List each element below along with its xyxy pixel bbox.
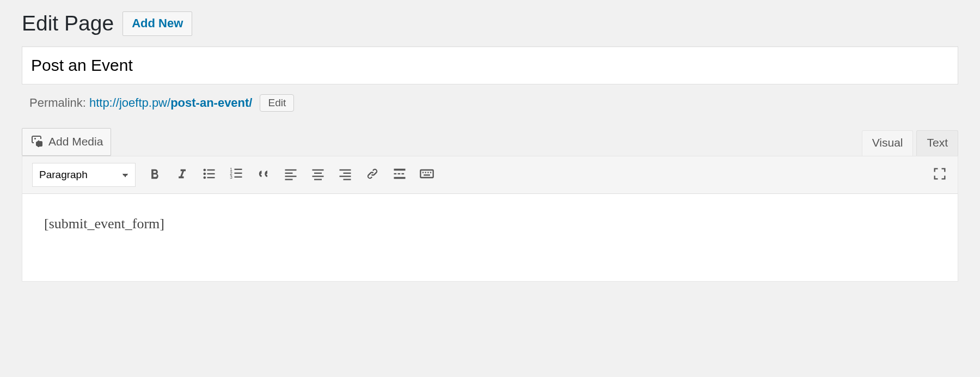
tab-text[interactable]: Text: [916, 130, 958, 156]
media-icon: [30, 134, 43, 150]
add-new-button[interactable]: Add New: [122, 11, 192, 36]
svg-rect-9: [235, 169, 242, 170]
align-left-icon: [283, 166, 298, 183]
align-center-icon: [310, 166, 326, 183]
italic-icon: [174, 166, 189, 183]
permalink-row: Permalink: http://joeftp.pw/post-an-even…: [29, 94, 958, 112]
svg-text:3: 3: [230, 175, 232, 180]
editor-content[interactable]: [submit_event_form]: [22, 194, 958, 281]
svg-point-0: [204, 169, 206, 172]
svg-rect-25: [394, 173, 397, 174]
link-icon: [365, 166, 380, 183]
svg-rect-33: [430, 172, 431, 173]
svg-rect-22: [340, 176, 351, 177]
editor-toolbar: Paragraph 123: [22, 156, 958, 194]
svg-rect-34: [424, 174, 430, 175]
fullscreen-button[interactable]: [932, 167, 948, 183]
svg-rect-11: [235, 177, 242, 178]
svg-rect-15: [285, 179, 293, 180]
add-media-button[interactable]: Add Media: [22, 128, 111, 156]
svg-rect-30: [422, 172, 424, 173]
page-heading: Edit Page: [22, 11, 114, 37]
bullet-list-icon: [201, 166, 217, 183]
svg-rect-24: [394, 169, 406, 171]
svg-rect-14: [285, 176, 297, 177]
numbered-list-button[interactable]: 123: [228, 167, 244, 183]
permalink-base: http://joeftp.pw/: [89, 96, 170, 110]
permalink-label: Permalink:: [29, 96, 86, 110]
tab-visual[interactable]: Visual: [862, 130, 914, 156]
svg-rect-29: [420, 170, 433, 178]
svg-rect-32: [427, 172, 428, 173]
editor: Paragraph 123: [22, 156, 958, 282]
svg-rect-4: [207, 173, 215, 174]
svg-rect-10: [235, 173, 242, 174]
svg-rect-28: [394, 177, 406, 179]
align-right-icon: [338, 166, 353, 183]
align-left-button[interactable]: [283, 167, 299, 183]
edit-permalink-button[interactable]: Edit: [260, 94, 294, 112]
quote-icon: [256, 166, 271, 183]
svg-point-1: [204, 173, 206, 175]
svg-rect-19: [314, 179, 322, 180]
toolbar-toggle-button[interactable]: [419, 167, 435, 183]
keyboard-icon: [419, 166, 434, 183]
svg-rect-21: [344, 173, 351, 174]
bold-icon: [147, 166, 162, 183]
svg-rect-13: [285, 173, 293, 174]
add-media-label: Add Media: [48, 135, 103, 148]
svg-rect-26: [398, 173, 401, 174]
svg-rect-31: [425, 172, 426, 173]
svg-rect-3: [207, 169, 215, 171]
svg-rect-18: [313, 176, 324, 177]
svg-rect-12: [285, 169, 297, 171]
svg-rect-5: [207, 177, 215, 178]
post-title-input[interactable]: [22, 46, 958, 84]
align-center-button[interactable]: [310, 167, 326, 183]
read-more-icon: [392, 166, 407, 183]
italic-button[interactable]: [174, 167, 190, 183]
format-select[interactable]: Paragraph: [32, 163, 136, 187]
expand-icon: [932, 166, 947, 183]
blockquote-button[interactable]: [255, 167, 272, 183]
svg-rect-16: [313, 169, 324, 171]
svg-point-2: [204, 177, 206, 179]
svg-rect-27: [402, 173, 405, 174]
bullet-list-button[interactable]: [201, 167, 217, 183]
align-right-button[interactable]: [337, 167, 353, 183]
read-more-button[interactable]: [391, 167, 408, 183]
svg-rect-17: [314, 173, 322, 174]
svg-rect-23: [344, 179, 351, 180]
link-button[interactable]: [364, 167, 381, 183]
bold-button[interactable]: [146, 167, 163, 183]
numbered-list-icon: 123: [229, 166, 244, 183]
permalink-link[interactable]: http://joeftp.pw/post-an-event/: [89, 96, 253, 110]
svg-rect-20: [340, 169, 351, 171]
permalink-slug: post-an-event/: [170, 96, 252, 110]
